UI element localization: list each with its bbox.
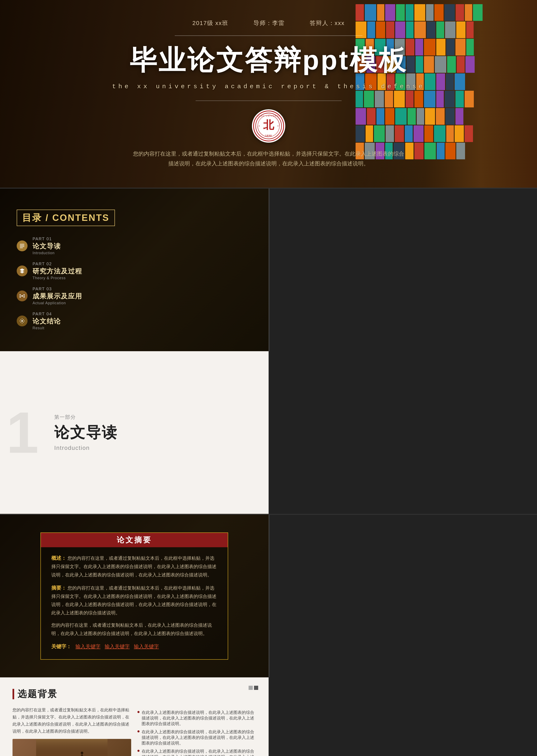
part04-title: 论文结论 [32,317,61,326]
slide2-part1: 1 第一部分 论文导读 Introduction [0,351,268,514]
keywords-row: 关键字： 输入关键字 输入关键字 输入关键字 [51,642,217,651]
pku-logo-svg: 北 PEKING UNIVERSITY 1898 [255,112,282,140]
part02-title: 研究方法及过程 [32,267,82,276]
part04-en: Result [32,326,61,330]
contents-item-2: PART 02 研究方法及过程 Theory & Process [17,262,252,280]
part1-big-number: 1 [6,403,39,462]
slide1-bottom-text: 您的内容打在这里，或者通过复制粘贴文本后，在此框中选择粘贴，并选择只保留文字。在… [133,149,404,169]
svg-text:北: 北 [263,119,274,131]
keywords-label: 关键字： [51,642,71,651]
slide1-subtitle: the xx university academic report & thes… [112,83,425,90]
svg-rect-20 [36,739,107,756]
part03-label: PART 03 [32,286,82,291]
part01-en: Introduction [32,251,61,255]
abstract-text2: 您的内容打在这里，或者通过复制粘贴文本后，在此框中选择粘贴，并选择只保留文字。在… [51,585,217,615]
bullet2: 在此录入上述图表的综合描述说明，在此录入上述图表的综合描述说明，在此录入上述图表… [142,729,256,746]
slide3-topic: 选题背景 您的内容打在这里，或者通过复制粘贴文本后，在此框中选择粘贴，并选择只保… [0,677,268,756]
contents-item-4: PART 04 论文结论 Result [17,312,252,330]
contents-icon-1 [17,240,27,251]
slide1-main-title: 毕业论文答辩ppt模板 [130,42,407,79]
part1-label: 第一部分 [54,414,252,420]
abstract-label1: 概述： [51,555,66,561]
svg-point-16 [21,320,23,321]
part1-bottom-divider [0,514,268,514]
abstract-label2: 摘要： [51,585,66,591]
contents-list: PART 01 论文导读 Introduction PART 02 研究方法及过… [17,236,252,330]
slide1-hero: 2017级 xx班 导师：李雷 答辩人：xxx 毕业论文答辩ppt模板 the … [0,0,537,188]
part1-en: Introduction [54,444,252,451]
part01-title: 论文导读 [32,242,61,251]
row3-grid: 论文摘要 概述： 您的内容打在这里，或者通过复制粘贴文本后，在此框中选择粘贴，并… [0,514,537,756]
keyword2: 输入关键字 [105,642,130,651]
svg-rect-7 [20,244,24,244]
svg-point-14 [20,296,21,297]
topic-bullets: 在此录入上述图表的综合描述说明，在此录入上述图表的综合描述说明，在此录入上述图表… [138,710,256,756]
bullet1: 在此录入上述图表的综合描述说明，在此录入上述图表的综合描述说明，在此录入上述图表… [142,710,256,727]
part01-label: PART 01 [32,236,61,241]
slide2-contents: 目录 / CONTENTS PART 01 论文导读 Introduction [0,189,268,351]
keyword3: 输入关键字 [134,642,159,651]
contents-item-1: PART 01 论文导读 Introduction [17,236,252,255]
contents-item-3: PART 03 成果展示及应用 Actual Application [17,286,252,305]
topic-body1: 您的内容打在这里，或者通过复制粘贴文本后，在此框中选择粘贴，并选择只保留文字。在… [13,706,131,735]
part03-en: Actual Application [32,301,82,305]
svg-point-12 [20,294,21,296]
subtitle-text: the xx university academic report & thes… [112,83,425,90]
abstract-section3: 您的内容打在这里，或者通过复制粘贴文本后，在此录入上述图表的综合描述说明，在此录… [51,621,217,638]
svg-point-5 [259,126,260,126]
svg-point-6 [277,126,278,126]
vertical-divider-2 [268,515,269,677]
meta-advisor: 导师：李雷 [253,19,285,27]
slide1-divider-top [175,35,362,36]
contents-title-box: 目录 / CONTENTS [17,210,115,226]
svg-point-11 [21,295,23,297]
svg-rect-9 [20,246,24,247]
section-bar [13,689,14,699]
slide1-divider-bottom [196,101,342,101]
topic-image [13,739,131,756]
pku-logo: 北 PEKING UNIVERSITY 1898 [252,109,285,143]
contents-icon-4 [17,315,27,326]
svg-point-15 [23,296,24,297]
svg-point-21 [81,752,83,754]
abstract-text3: 您的内容打在这里，或者通过复制粘贴文本后，在此录入上述图表的综合描述说明，在此录… [51,622,212,636]
meta-class: 2017级 xx班 [192,19,228,27]
slide3-abstract: 论文摘要 概述： 您的内容打在这里，或者通过复制粘贴文本后，在此框中选择粘贴，并… [0,515,268,677]
keyword1: 输入关键字 [75,642,101,651]
part04-label: PART 04 [32,312,61,316]
part03-title: 成果展示及应用 [32,292,82,301]
vertical-divider-1 [268,189,269,351]
svg-text:PEKING UNIVERSITY: PEKING UNIVERSITY [255,115,282,117]
topic-content: 您的内容打在这里，或者通过复制粘贴文本后，在此框中选择粘贴，并选择只保留文字。在… [13,706,256,756]
svg-point-13 [23,294,24,296]
row2-grid: 目录 / CONTENTS PART 01 论文导读 Introduction [0,188,537,514]
slide1-meta: 2017级 xx班 导师：李雷 答辩人：xxx [192,19,345,27]
part02-en: Theory & Process [32,276,82,280]
svg-text:1898: 1898 [265,134,272,137]
svg-rect-8 [20,245,24,245]
part1-title: 论文导读 [54,423,252,442]
abstract-title: 论文摘要 [41,533,228,547]
contents-icon-3 [17,290,27,301]
part02-label: PART 02 [32,262,82,266]
bullet3: 在此录入上述图表的综合描述说明，在此录入上述图表的综合描述说明，在此录入上述图表… [142,748,256,756]
svg-rect-10 [20,248,23,248]
section-title-topic: 选题背景 [18,688,58,700]
contents-title: 目录 / CONTENTS [22,213,109,223]
contents-icon-2 [17,266,27,276]
abstract-box: 论文摘要 概述： 您的内容打在这里，或者通过复制粘贴文本后，在此框中选择粘贴，并… [40,532,228,660]
meta-defender: 答辩人：xxx [310,19,345,27]
abstract-text1: 您的内容打在这里，或者通过复制粘贴文本后，在此框中选择粘贴，并选择只保留文字。在… [51,556,217,577]
corner-decoration [249,686,258,690]
